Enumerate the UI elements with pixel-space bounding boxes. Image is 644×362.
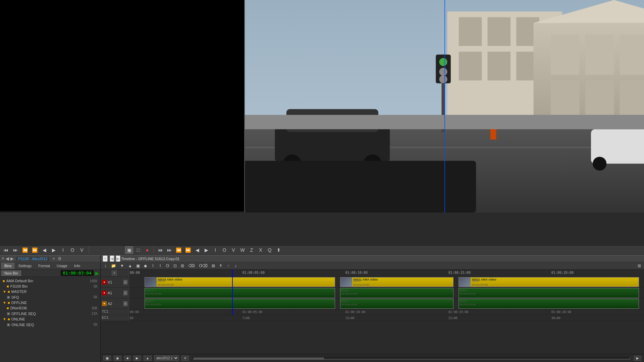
goto-start-r-btn[interactable]: ⏮ [156, 247, 164, 253]
v1-auto-btn[interactable]: A [123, 280, 127, 285]
v1-clip-1-sub2: 48 kHz/16 Bit [158, 283, 174, 286]
bin-item-name: AMA Default Bin [6, 279, 90, 283]
tl-tool-mark-clip[interactable]: ⊡ [172, 263, 178, 269]
list-item[interactable]: ▼ ■ ONLINE [1, 316, 99, 322]
tl-tool-grid[interactable]: ⊞ [636, 263, 643, 269]
status-close-btn[interactable]: ✕ [181, 356, 189, 361]
tl-tool-extract[interactable]: ↑ [225, 263, 231, 269]
bin-close-x[interactable]: ✕ [1, 256, 4, 261]
status-btn-2[interactable]: ◉ [114, 356, 121, 361]
list-item[interactable]: ▣ OFFLINE SEQ 21K [1, 311, 99, 316]
tab-format[interactable]: Format [35, 263, 53, 269]
monitors-frame [0, 0, 644, 213]
bin-nav-back[interactable]: ◀ [6, 256, 9, 261]
a1-clip-2[interactable]: 00021 48 kHz/16 Bit [340, 288, 453, 298]
list-item[interactable]: ▼ ■ OFFLINE [1, 300, 99, 305]
step-fwd-r-btn[interactable]: ⏩ [184, 247, 192, 253]
a1-clip-3[interactable]: 00021 48 kHz/16 Bit [459, 288, 639, 298]
tab-info[interactable]: Info [71, 263, 83, 269]
splice-r-btn[interactable]: V [229, 247, 237, 253]
tl-nav-fwd[interactable]: ▶ [116, 255, 120, 262]
mark-out-btn[interactable]: O [68, 247, 76, 253]
right-monitor [245, 0, 644, 213]
play-fwd-btn[interactable]: ▶ [50, 247, 58, 253]
tl-tool-clear-in[interactable]: ⌫I [186, 263, 197, 269]
extract-r-btn[interactable]: X [257, 247, 265, 253]
v1-clip-2[interactable]: 00021 AMA video 00021 48 kHz/16 Bit [340, 277, 453, 287]
tl-tool-folder[interactable]: 📁 [109, 263, 118, 269]
tab-settings[interactable]: Settings [15, 263, 35, 269]
play-rev-btn[interactable]: ◀ [40, 247, 48, 253]
tl-tool-select[interactable]: ↕ [102, 263, 109, 269]
a2-rec-btn[interactable]: ● [102, 301, 107, 306]
a2-clip-1[interactable]: 00019 48 kHz/16 Bit [145, 299, 335, 309]
status-btn-4[interactable]: ▶ [133, 356, 141, 361]
status-btn-3[interactable]: ■ [124, 356, 131, 361]
a1-clip-1[interactable]: 00019 48 kHz/16 Bit [145, 288, 335, 298]
tl-tool-up[interactable]: ▲ [126, 263, 134, 269]
status-btn-1[interactable]: ▣ [103, 356, 111, 361]
bin-nav-fwd[interactable]: ▶ [10, 256, 14, 261]
step-fwd-btn[interactable]: ⏩ [31, 247, 39, 253]
status-right-btn[interactable]: ▶ [634, 356, 641, 361]
tl-tool-clear-both[interactable]: ⊠ [210, 263, 217, 269]
a2-clip-2[interactable]: 00021 48 kHz/16 Bit [340, 299, 453, 309]
v1-clip-1[interactable]: 00019 AMA video 00019 48 kHz/16 Bit [145, 277, 335, 287]
tab-bins[interactable]: Bins [1, 263, 14, 269]
a1-rec-btn[interactable]: ● [102, 291, 107, 295]
list-item[interactable]: ■ DNxHD36 20K [1, 305, 99, 311]
tl-tool-lift[interactable]: ↟ [217, 263, 224, 269]
mark-in-btn[interactable]: I [59, 247, 67, 253]
a2-auto-btn[interactable]: A [123, 301, 127, 306]
step-back-btn[interactable]: ⏪ [21, 247, 29, 253]
tl-tool-monitor[interactable]: ▣ [135, 263, 142, 269]
step-back-r-btn[interactable]: ⏪ [174, 247, 183, 253]
tl-tool-clear-out[interactable]: O⌫ [197, 263, 209, 269]
a1-auto-btn[interactable]: A [123, 291, 127, 295]
tl-tool-mark-out[interactable]: O [164, 263, 171, 269]
tl-nav-back[interactable]: ◀ [110, 255, 114, 262]
splice-in-btn[interactable]: V [78, 247, 86, 253]
timeline-scroll-handle[interactable] [193, 357, 630, 360]
tl-tool-slice[interactable]: ⌇ [150, 263, 156, 269]
bin-tab-close[interactable]: ✕ [52, 257, 55, 260]
list-item[interactable]: ■ FS100 Bin 5K [1, 284, 99, 289]
status-btn-5[interactable]: ▲ [144, 356, 152, 361]
seq-name-select[interactable]: alex2012.1 [154, 355, 179, 361]
lift-r-btn[interactable]: Z [248, 247, 256, 253]
tl-close-btn[interactable]: ✕ [103, 255, 108, 262]
a2-clip-3[interactable]: 00021 48 kHz/16 Bit [459, 299, 639, 309]
ruler-tc-5: 01:00:20:00 [551, 271, 574, 275]
new-bin-btn[interactable]: New Bin [1, 270, 21, 276]
record-btn[interactable]: ● [143, 247, 151, 253]
goto-end-r-btn[interactable]: ⏭ [165, 247, 173, 253]
match-frame-btn[interactable]: ⬆ [275, 247, 283, 253]
tl-tool-down[interactable]: ▼ [118, 263, 126, 269]
bin-settings-btn[interactable]: ⚙ [58, 256, 62, 261]
list-item[interactable]: ▣ ONLINE SEQ 5K [1, 322, 99, 327]
play-rev-r-btn[interactable]: ◀ [193, 247, 201, 253]
v1-rec-btn[interactable]: ● [102, 280, 107, 285]
list-item[interactable]: ▣ SFQ 5K [1, 294, 99, 300]
tl-tool-mark-in[interactable]: I [157, 263, 164, 269]
record-mode-btn[interactable]: □ [134, 247, 142, 253]
bin-play-btn[interactable]: ▶ [95, 270, 99, 276]
mark-out-r-btn[interactable]: O [220, 247, 228, 253]
tl-tool-audio[interactable]: ♪ [232, 263, 239, 269]
mark-in-r-btn[interactable]: I [211, 247, 219, 253]
bin-title-tab[interactable]: FS100 - Alex2012 [15, 256, 50, 261]
tl-tool-diamond[interactable]: ◆ [142, 263, 149, 269]
v1-clip-3[interactable]: 00021 AMA video 00021 48 kHz/16 Bit [459, 277, 639, 287]
quick-trans-btn[interactable]: Q [266, 247, 274, 253]
tc1-row: TC1 00:00 01:00:05:00 01:00:10:00 01:00:… [101, 309, 644, 315]
overwrite-r-btn[interactable]: W [238, 247, 247, 253]
list-item[interactable]: ■ AMA Default Bin 145K [1, 278, 99, 284]
goto-end-btn[interactable]: ⏭ [11, 247, 19, 253]
tab-usage[interactable]: Usage [54, 263, 70, 269]
tl-tool-mark-track[interactable]: ⊞ [179, 263, 186, 269]
play-fwd-r-btn[interactable]: ▶ [202, 247, 210, 253]
list-item[interactable]: ▼ ■ MASTER [1, 289, 99, 294]
tl-add-track-btn[interactable]: + [112, 270, 117, 276]
source-record-toggle[interactable]: ▣ [125, 246, 133, 254]
goto-start-btn[interactable]: ⏮ [2, 247, 10, 253]
